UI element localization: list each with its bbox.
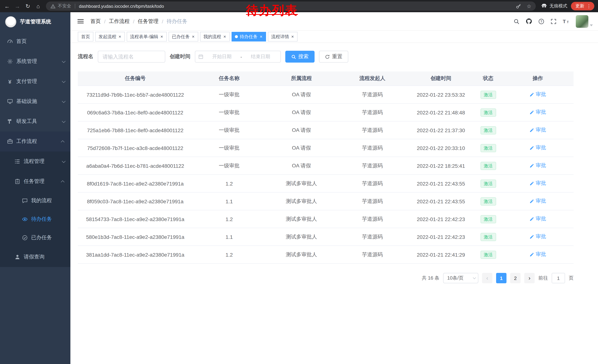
- sidebar-item-home[interactable]: 首页: [0, 32, 70, 51]
- tab-close-icon[interactable]: ×: [291, 34, 294, 39]
- breadcrumb-item[interactable]: 工作流程: [109, 18, 130, 25]
- page-number-button[interactable]: 1: [496, 273, 507, 283]
- col-actions: 操作: [502, 75, 573, 82]
- approve-label: 审批: [536, 91, 546, 98]
- sidebar-item-dev-tools[interactable]: 研发工具: [0, 112, 70, 131]
- cell-status: 激活: [474, 108, 502, 116]
- tab[interactable]: 已办任务 ×: [169, 32, 198, 41]
- tab[interactable]: 我的流程 ×: [200, 32, 230, 41]
- approve-button[interactable]: 审批: [530, 216, 546, 222]
- approve-button[interactable]: 审批: [530, 198, 546, 205]
- approve-button[interactable]: 审批: [530, 251, 546, 258]
- sidebar-item-done[interactable]: 已办任务: [0, 228, 70, 247]
- tab[interactable]: 首页: [78, 32, 93, 41]
- next-page-button[interactable]: ›: [524, 273, 535, 283]
- approve-button[interactable]: 审批: [530, 91, 546, 98]
- search-button[interactable]: 搜索: [285, 51, 315, 63]
- chevron-down-icon: [62, 79, 66, 83]
- tab-close-icon[interactable]: ×: [118, 34, 122, 39]
- workflow-submenu: 流程管理 任务管理 我的流程 待办任务: [0, 152, 70, 267]
- tab-close-icon[interactable]: ×: [191, 34, 195, 39]
- tab-close-icon[interactable]: ×: [160, 34, 163, 39]
- search-icon[interactable]: [514, 18, 519, 24]
- sidebar-item-my-process[interactable]: 我的流程: [0, 191, 70, 210]
- menu-label: 待办任务: [31, 216, 52, 223]
- start-date-placeholder[interactable]: 开始日期: [205, 53, 239, 60]
- svg-text:T: T: [567, 20, 569, 24]
- url-text: dashboard.yudao.iocoder.cn/bpm/task/todo: [79, 4, 164, 9]
- app-logo[interactable]: 芋道管理系统: [0, 12, 70, 32]
- browser-update-button[interactable]: 更新 ⋮: [571, 2, 594, 10]
- cell-initiator: 芋道源码: [337, 91, 407, 98]
- cell-initiator: 芋道源码: [337, 127, 407, 133]
- sidebar-item-payment[interactable]: ¥ 支付管理: [0, 72, 70, 91]
- create-time-label: 创建时间: [170, 53, 191, 60]
- breadcrumb-item[interactable]: 首页: [91, 18, 101, 25]
- bookmark-star-icon[interactable]: ☆: [527, 3, 531, 9]
- sidebar-item-todo[interactable]: 待办任务: [0, 210, 70, 228]
- date-range-picker[interactable]: 开始日期 - 结束日期: [195, 51, 281, 63]
- tab[interactable]: 流程表单-编辑 ×: [127, 32, 167, 41]
- breadcrumb-item[interactable]: 任务管理: [138, 18, 158, 25]
- github-icon[interactable]: [526, 18, 532, 24]
- sidebar-item-task-mgmt[interactable]: 任务管理: [0, 171, 70, 191]
- help-icon[interactable]: ?: [538, 18, 544, 24]
- tab[interactable]: 流程详情 ×: [268, 32, 298, 41]
- tab[interactable]: 发起流程 ×: [95, 32, 125, 41]
- cell-actions: 审批: [502, 198, 573, 205]
- tab-close-icon[interactable]: ×: [223, 34, 226, 39]
- tab-active-dot: [235, 35, 238, 38]
- fullscreen-icon[interactable]: [551, 18, 556, 24]
- password-key-icon[interactable]: [516, 3, 522, 9]
- tab[interactable]: 待办任务 ×: [232, 32, 266, 41]
- reload-button[interactable]: ↻: [23, 1, 33, 11]
- page-number-button[interactable]: 2: [510, 273, 521, 283]
- cell-initiator: 芋道源码: [337, 234, 407, 240]
- process-name-input[interactable]: [98, 51, 165, 63]
- sidebar-item-infrastructure[interactable]: 基础设施: [0, 91, 70, 112]
- sidebar-item-system[interactable]: 系统管理: [0, 51, 70, 72]
- tab-label: 流程详情: [271, 33, 289, 40]
- dashboard-icon: [7, 38, 13, 45]
- approve-button[interactable]: 审批: [530, 109, 546, 116]
- cell-task-name: 一级审批: [193, 162, 266, 169]
- browser-menu-icon[interactable]: ⋮: [587, 3, 591, 9]
- forward-button[interactable]: →: [13, 1, 22, 11]
- user-menu[interactable]: [576, 15, 593, 28]
- menu-label: 研发工具: [16, 118, 37, 125]
- sidebar-toggle-button[interactable]: [76, 17, 85, 25]
- status-badge: 激活: [480, 108, 496, 116]
- tab-label: 发起流程: [99, 33, 116, 40]
- approve-button[interactable]: 审批: [530, 127, 546, 133]
- font-size-icon[interactable]: TT: [563, 18, 569, 24]
- end-date-placeholder[interactable]: 结束日期: [243, 53, 277, 60]
- chevron-down-icon: [62, 59, 66, 63]
- approve-button[interactable]: 审批: [530, 162, 546, 169]
- avatar[interactable]: [576, 15, 588, 28]
- address-bar[interactable]: 不安全 dashboard.yudao.iocoder.cn/bpm/task/…: [46, 1, 536, 11]
- goto-page-input[interactable]: [552, 273, 565, 283]
- prev-page-button[interactable]: ‹: [482, 273, 492, 283]
- home-button[interactable]: ⌂: [33, 1, 43, 11]
- chevron-down-icon: [62, 119, 66, 123]
- approve-button[interactable]: 审批: [530, 234, 546, 240]
- reset-button[interactable]: 重置: [319, 51, 348, 63]
- sidebar-item-process-mgmt[interactable]: 流程管理: [0, 152, 70, 171]
- col-task-name: 任务名称: [193, 75, 266, 82]
- cell-task-name: 1.2: [193, 180, 266, 186]
- update-label: 更新: [575, 3, 584, 9]
- list-icon: [14, 158, 20, 165]
- cell-task-id: 8f059c03-7ac8-11ec-a9e2-a2380e71991a: [78, 198, 193, 204]
- menu-label: 请假查询: [24, 254, 44, 260]
- cell-task-name: 一级审批: [193, 109, 266, 116]
- approve-button[interactable]: 审批: [530, 180, 546, 187]
- back-button[interactable]: ←: [2, 1, 12, 11]
- page-size-select[interactable]: 10条/页: [443, 273, 478, 283]
- sidebar-item-workflow[interactable]: 工作流程: [0, 131, 70, 152]
- tab-close-icon[interactable]: ×: [259, 34, 263, 39]
- incognito-label: 无痕模式: [549, 3, 567, 9]
- top-navbar: 首页 / 工作流程 / 任务管理 / 待办任务 ? TT: [70, 12, 598, 31]
- approve-button[interactable]: 审批: [530, 145, 546, 151]
- refresh-icon: [325, 54, 330, 59]
- sidebar-item-leave-query[interactable]: 请假查询: [0, 247, 70, 267]
